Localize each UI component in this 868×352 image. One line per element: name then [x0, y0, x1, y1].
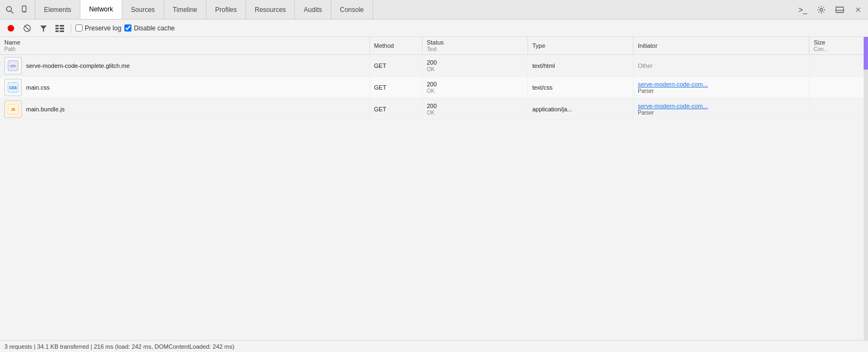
svg-rect-12: [55, 28, 59, 29]
table-row[interactable]: JS main.bundle.js GET200OKapplication/ja…: [0, 98, 868, 120]
tab-network[interactable]: Network: [80, 0, 122, 19]
cell-name: </> serve-modern-code-complete.glitch.me: [0, 55, 369, 77]
cell-method: GET: [369, 77, 422, 98]
clear-button[interactable]: [21, 22, 34, 35]
initiator-sub: Parser: [638, 110, 653, 116]
col-header-name[interactable]: Name Path: [0, 37, 369, 55]
tab-timeline[interactable]: Timeline: [164, 0, 206, 19]
initiator-link[interactable]: serve-modern-code-com...: [638, 103, 708, 109]
table-row[interactable]: </> serve-modern-code-complete.glitch.me…: [0, 55, 868, 77]
cell-status: 200OK: [422, 77, 527, 98]
status-text: OK: [427, 88, 435, 94]
status-bar: 3 requests | 34.1 KB transferred | 216 m…: [0, 340, 868, 352]
col-header-type-label: Type: [532, 42, 545, 49]
cell-initiator: serve-modern-code-com...Parser: [633, 77, 809, 98]
svg-rect-13: [55, 30, 59, 32]
row-filename: main.bundle.js: [26, 106, 65, 112]
tab-sources[interactable]: Sources: [122, 0, 164, 19]
execute-script-button[interactable]: >_: [795, 2, 810, 17]
name-cell-content: JS main.bundle.js: [4, 100, 365, 118]
name-cell-content: </> serve-modern-code-complete.glitch.me: [4, 57, 365, 74]
nav-tabs: Elements Network Sources Timeline Profil…: [35, 0, 373, 19]
network-toolbar: Preserve log Disable cache: [0, 20, 868, 37]
svg-rect-15: [60, 28, 64, 29]
svg-marker-10: [40, 26, 47, 32]
cell-size: [809, 55, 868, 77]
col-header-size-sub: Con...: [814, 46, 828, 52]
svg-text:CSS: CSS: [9, 86, 17, 90]
file-icon-html: </>: [4, 57, 22, 74]
cell-initiator: serve-modern-code-com...Parser: [633, 98, 809, 120]
scroll-thumb[interactable]: [864, 37, 868, 70]
cell-name: CSS main.css: [0, 77, 369, 98]
svg-line-9: [25, 26, 29, 30]
cell-initiator: Other: [633, 55, 809, 77]
preserve-log-checkbox[interactable]: [76, 24, 83, 32]
preserve-log-label[interactable]: Preserve log: [76, 24, 121, 32]
col-header-type[interactable]: Type: [527, 37, 633, 55]
dock-button[interactable]: [832, 2, 847, 17]
cell-size: [809, 98, 868, 120]
tab-console[interactable]: Console: [331, 0, 373, 19]
file-icon-js: JS: [4, 100, 22, 118]
scrollbar[interactable]: [864, 37, 868, 340]
device-mode-button[interactable]: [17, 2, 33, 17]
col-header-status-label: Status: [427, 39, 444, 46]
cell-method: GET: [369, 98, 422, 120]
status-bar-text: 3 requests | 34.1 KB transferred | 216 m…: [4, 343, 234, 350]
toggle-view-button[interactable]: [53, 22, 66, 35]
status-text: OK: [427, 110, 435, 116]
tab-profiles[interactable]: Profiles: [206, 0, 246, 19]
col-header-name-sub: Path: [4, 46, 16, 52]
initiator-link[interactable]: serve-modern-code-com...: [638, 81, 708, 87]
cell-method: GET: [369, 55, 422, 77]
col-header-name-label: Name: [4, 39, 20, 46]
table-row[interactable]: CSS main.css GET200OKtext/cssserve-moder…: [0, 77, 868, 98]
col-header-size[interactable]: Size Con...: [809, 37, 868, 55]
name-cell-content: CSS main.css: [4, 79, 365, 96]
nav-right: >_ ✕: [795, 2, 866, 17]
cell-type: application/ja...: [527, 98, 633, 120]
table-wrapper: Name Path Method Status Text Type Initia: [0, 37, 868, 340]
cell-type: text/html: [527, 55, 633, 77]
cell-type: text/css: [527, 77, 633, 98]
status-code: 200: [427, 81, 437, 87]
search-button[interactable]: [2, 2, 17, 17]
col-header-status[interactable]: Status Text: [422, 37, 527, 55]
disable-cache-label[interactable]: Disable cache: [124, 24, 174, 32]
close-button[interactable]: ✕: [851, 2, 866, 17]
disable-cache-checkbox[interactable]: [124, 24, 131, 32]
network-table: Name Path Method Status Text Type Initia: [0, 37, 868, 120]
col-header-initiator-label: Initiator: [638, 42, 657, 49]
tab-resources[interactable]: Resources: [246, 0, 295, 19]
row-filename: main.css: [26, 84, 49, 91]
col-header-initiator[interactable]: Initiator: [633, 37, 809, 55]
file-icon-css: CSS: [4, 79, 22, 96]
initiator-text: Other: [638, 62, 653, 69]
svg-point-7: [8, 25, 14, 32]
table-header-row: Name Path Method Status Text Type Initia: [0, 37, 868, 55]
tab-elements[interactable]: Elements: [35, 0, 80, 19]
disable-cache-text: Disable cache: [134, 24, 174, 32]
status-code: 200: [427, 59, 437, 66]
svg-rect-16: [60, 30, 64, 32]
svg-rect-2: [22, 6, 26, 12]
col-header-size-label: Size: [814, 39, 825, 46]
tab-audits[interactable]: Audits: [295, 0, 331, 19]
record-button[interactable]: [4, 22, 17, 35]
status-code: 200: [427, 103, 437, 109]
svg-point-0: [7, 7, 11, 11]
toolbar-sep-1: [71, 23, 71, 33]
svg-rect-11: [55, 25, 59, 27]
svg-point-4: [820, 8, 823, 11]
col-header-method[interactable]: Method: [369, 37, 422, 55]
filter-button[interactable]: [37, 22, 50, 35]
svg-text:JS: JS: [11, 108, 16, 111]
preserve-log-text: Preserve log: [85, 24, 121, 32]
settings-button[interactable]: [814, 2, 829, 17]
main-content: Preserve log Disable cache Name Path: [0, 20, 868, 352]
svg-rect-14: [60, 25, 64, 27]
svg-line-1: [11, 11, 14, 14]
top-nav: Elements Network Sources Timeline Profil…: [0, 0, 868, 20]
cell-status: 200OK: [422, 98, 527, 120]
